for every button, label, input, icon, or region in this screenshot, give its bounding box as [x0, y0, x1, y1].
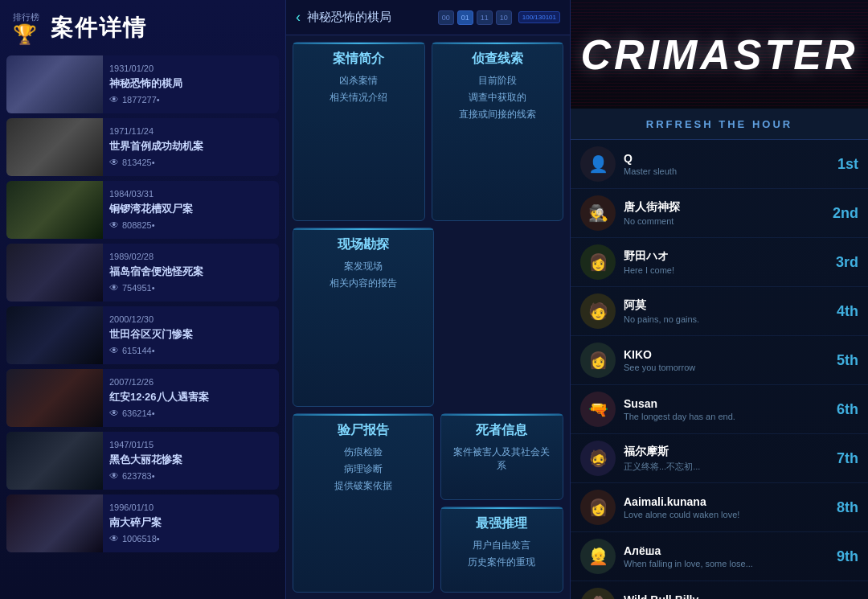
rank-item[interactable]: 👩 野田ハオ Here I come! 3rd: [571, 238, 868, 287]
case-item[interactable]: 1984/03/31 铜锣湾花槽双尸案 👁 808825•: [6, 181, 279, 239]
card-yanshi[interactable]: 验尸报告 伤痕检验 病理诊断 提供破案依据: [293, 413, 434, 593]
case-views: 👁 813425•: [109, 157, 272, 168]
card-anqing-item-1[interactable]: 凶杀案情: [301, 74, 416, 88]
rank-position: 9th: [818, 548, 858, 565]
thumb-inner: [6, 181, 103, 239]
case-item[interactable]: 2000/12/30 世田谷区灭门惨案 👁 615144•: [6, 306, 279, 364]
trophy-symbol: 🏆: [13, 23, 37, 45]
card-zhachao-item-3[interactable]: 直接或间接的线索: [440, 108, 555, 121]
rank-info: 福尔摩斯 正义终将...不忘初...: [624, 445, 810, 473]
rank-item[interactable]: 👩 KIKO See you tomorrow 5th: [571, 336, 868, 385]
case-name: 福岛宿舍便池怪死案: [109, 265, 272, 279]
avatar-emoji: 🤠: [588, 596, 608, 599]
card-anqing-title: 案情简介: [301, 51, 416, 68]
card-zuiqiang[interactable]: 最强推理 用户自由发言 历史案件的重现: [440, 507, 564, 593]
card-zuiqiang-item-1[interactable]: 用户自由发言: [449, 539, 555, 552]
rank-item[interactable]: 🧑 阿莫 No pains, no gains. 4th: [571, 287, 868, 336]
card-zuiqiang-item-2[interactable]: 历史案件的重现: [449, 556, 555, 569]
rank-position: 1st: [818, 156, 858, 173]
case-item[interactable]: 1947/01/15 黑色大丽花惨案 👁 623783•: [6, 432, 279, 490]
rank-subtitle: See you tomorrow: [624, 363, 810, 372]
center-row-2: 现场勘探 案发现场 相关内容的报告: [293, 228, 563, 407]
card-anqing[interactable]: 案情简介 凶杀案情 相关情况介绍: [293, 42, 425, 221]
rank-subtitle: No comment: [624, 216, 810, 226]
avatar-emoji: 👩: [588, 498, 608, 517]
rank-name: Wild Bull Billy: [624, 593, 810, 599]
case-thumbnail: [6, 432, 103, 490]
chapter-dot-2[interactable]: 11: [477, 10, 493, 25]
rank-item[interactable]: 👩 Aaimali.kunana Love alone could waken …: [571, 483, 868, 532]
card-sizhe[interactable]: 死者信息 案件被害人及其社会关系: [440, 413, 564, 500]
rank-info: 唐人街神探 No comment: [624, 200, 810, 226]
case-item[interactable]: 2007/12/26 红安12·26八人遇害案 👁 636214•: [6, 369, 279, 427]
rank-position: 7th: [818, 450, 858, 467]
rank-subtitle: Here I come!: [624, 265, 810, 275]
case-item[interactable]: 1971/11/24 世界首例成功劫机案 👁 813425•: [6, 118, 279, 176]
view-count: 1877277•: [122, 95, 160, 105]
rank-info: Aaimali.kunana Love alone could waken lo…: [624, 495, 810, 519]
rank-name: 阿莫: [624, 298, 810, 313]
case-views: 👁 1006518•: [109, 533, 272, 544]
case-list: 1931/01/20 神秘恐怖的棋局 👁 1877277• 1971/11/24…: [0, 55, 285, 599]
ranking-header-text: RRFRESH THE HOUR: [646, 118, 792, 130]
rank-item[interactable]: 👱 Алёша When falling in love, some lose.…: [571, 532, 868, 581]
card-xianchang-title: 现场勘探: [301, 236, 425, 253]
ranking-section: RRFRESH THE HOUR 👤 Q Master sleuth 1st 🕵…: [571, 109, 868, 599]
center-row-3: 验尸报告 伤痕检验 病理诊断 提供破案依据 死者信息 案件被害人及其社会关系 最…: [293, 413, 563, 593]
rank-subtitle: Love alone could waken love!: [624, 510, 810, 519]
avatar-emoji: 🧔: [588, 449, 608, 468]
rank-item[interactable]: 🤠 Wild Bull Billy Hasta la vista. 10th: [571, 581, 868, 599]
chapter-dot-0[interactable]: 00: [438, 10, 454, 25]
thumb-inner: [6, 494, 103, 552]
sidebar-wrapper: 排行榜 🏆 案件详情 1931/01/20 神秘恐怖的棋局 👁 1877277•…: [0, 0, 285, 599]
chapter-dot-1[interactable]: 01: [457, 10, 473, 25]
rank-item[interactable]: 🔫 Susan The longest day has an end. 6th: [571, 385, 868, 434]
case-date: 1996/01/10: [109, 503, 272, 512]
back-button[interactable]: ‹: [296, 9, 301, 26]
card-yanshi-item-2[interactable]: 病理诊断: [301, 462, 425, 476]
avatar-emoji: 👱: [588, 547, 608, 566]
rank-item[interactable]: 🧔 福尔摩斯 正义终将...不忘初... 7th: [571, 434, 868, 483]
avatar-emoji: 🧑: [588, 302, 608, 321]
case-thumbnail: [6, 494, 103, 552]
case-thumbnail: [6, 181, 103, 239]
eye-icon: 👁: [109, 408, 119, 419]
card-xianchang-item-1[interactable]: 案发现场: [301, 260, 425, 273]
rank-avatar: 👱: [580, 539, 616, 574]
rank-name: 野田ハオ: [624, 249, 810, 264]
rank-avatar: 🔫: [580, 392, 616, 427]
case-info: 2000/12/30 世田谷区灭门惨案 👁 615144•: [103, 306, 279, 364]
case-date: 1989/02/28: [109, 252, 272, 261]
card-sizhe-item-1[interactable]: 案件被害人及其社会关系: [449, 445, 555, 473]
case-thumbnail: [6, 306, 103, 364]
card-xianchang[interactable]: 现场勘探 案发现场 相关内容的报告: [293, 228, 434, 407]
case-date: 1984/03/31: [109, 189, 272, 199]
case-item[interactable]: 1931/01/20 神秘恐怖的棋局 👁 1877277•: [6, 55, 279, 113]
ranking-label[interactable]: 排行榜: [13, 11, 39, 23]
rank-item[interactable]: 👤 Q Master sleuth 1st: [571, 140, 868, 189]
rank-item[interactable]: 🕵 唐人街神探 No comment 2nd: [571, 189, 868, 238]
rank-position: 3rd: [818, 254, 858, 271]
rank-avatar: 👩: [580, 343, 616, 378]
card-xianchang-item-2[interactable]: 相关内容的报告: [301, 277, 425, 290]
view-count: 623783•: [122, 471, 155, 481]
card-zhachao[interactable]: 侦查线索 目前阶段 调查中获取的 直接或间接的线索: [432, 42, 564, 221]
card-anqing-item-2[interactable]: 相关情况介绍: [301, 91, 416, 105]
sidebar-header: 排行榜 🏆 案件详情: [0, 0, 285, 55]
card-yanshi-item-3[interactable]: 提供破案依据: [301, 479, 425, 493]
rank-name: Q: [624, 152, 810, 165]
avatar-emoji: 🕵: [588, 203, 608, 223]
case-name: 神秘恐怖的棋局: [109, 76, 272, 91]
case-date: 1947/01/15: [109, 440, 272, 449]
case-name: 铜锣湾花槽双尸案: [109, 202, 272, 216]
card-yanshi-item-1[interactable]: 伤痕检验: [301, 445, 425, 459]
case-info: 1947/01/15 黑色大丽花惨案 👁 623783•: [103, 432, 279, 490]
case-info: 2007/12/26 红安12·26八人遇害案 👁 636214•: [103, 369, 279, 427]
card-zhachao-item-1[interactable]: 目前阶段: [440, 74, 555, 88]
case-item[interactable]: 1996/01/10 南大碎尸案 👁 1006518•: [6, 494, 279, 552]
card-zhachao-item-2[interactable]: 调查中获取的: [440, 91, 555, 105]
rank-avatar: 🕵: [580, 195, 616, 231]
chapter-dot-3[interactable]: 10: [496, 10, 512, 25]
thumb-inner: [6, 118, 103, 176]
case-item[interactable]: 1989/02/28 福岛宿舍便池怪死案 👁 754951•: [6, 244, 279, 302]
